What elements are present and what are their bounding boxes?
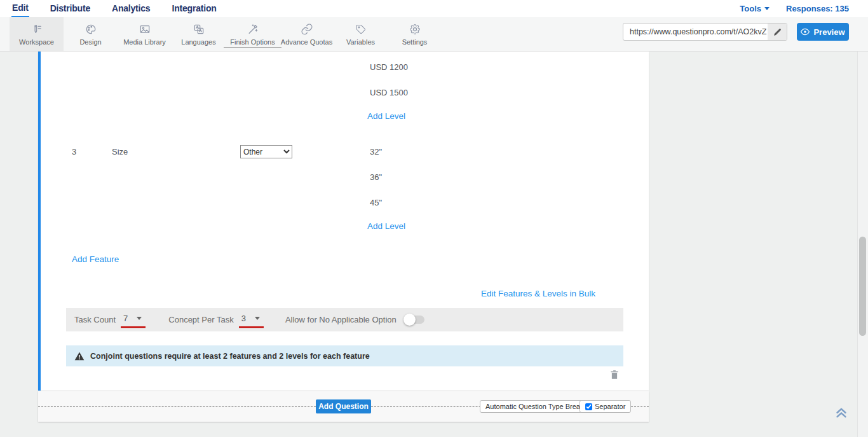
concept-per-task-dropdown[interactable]: 3 xyxy=(239,314,264,328)
add-question-button[interactable]: Add Question xyxy=(316,399,371,413)
feature-name[interactable]: Size xyxy=(112,147,128,156)
toolbar-item-label: Workspace xyxy=(19,38,54,46)
add-level-link[interactable]: Add Level xyxy=(367,111,405,121)
tab-analytics[interactable]: Analytics xyxy=(111,1,151,17)
eye-icon xyxy=(801,27,810,36)
toolbar-item-finish-options[interactable]: Finish Options xyxy=(226,17,280,51)
scroll-to-top-button[interactable] xyxy=(832,403,850,420)
delete-question-button[interactable] xyxy=(609,368,620,381)
preview-label: Preview xyxy=(813,27,844,37)
concept-per-task-label: Concept Per Task xyxy=(168,315,233,324)
preview-button[interactable]: Preview xyxy=(797,23,849,41)
toolbar-item-label: Advance Quotas xyxy=(281,38,332,46)
task-count-value: 7 xyxy=(123,314,128,323)
auto-question-type-break-button[interactable]: Automatic Question Type Break xyxy=(480,400,590,413)
separator-label: Separator xyxy=(595,403,625,410)
toolbar-item-languages[interactable]: Languages xyxy=(172,17,226,51)
tools-dropdown[interactable]: Tools xyxy=(740,4,770,13)
warning-icon xyxy=(74,351,85,361)
design-icon xyxy=(85,23,97,36)
toolbar-item-settings[interactable]: Settings xyxy=(388,17,442,51)
separator-option[interactable]: Separator xyxy=(580,400,631,413)
pencil-icon xyxy=(773,28,782,36)
finish-options-underline xyxy=(224,47,281,48)
toggle-knob xyxy=(403,314,416,326)
toolbar-item-label: Media Library xyxy=(123,38,166,46)
survey-url-input[interactable]: https://www.questionpro.com/t/AO2kvZ xyxy=(623,24,768,40)
survey-url-box: https://www.questionpro.com/t/AO2kvZ xyxy=(623,23,787,41)
toolbar-item-label: Languages xyxy=(181,38,215,46)
workspace-icon xyxy=(31,23,43,36)
finish-options-icon xyxy=(247,23,259,36)
languages-icon xyxy=(193,23,205,36)
trash-icon xyxy=(609,368,620,381)
toolbar-item-label: Design xyxy=(79,38,101,46)
top-navigation: Edit Distribute Analytics Integration To… xyxy=(0,0,868,17)
feature-type-select[interactable]: Other xyxy=(240,145,292,158)
bulk-edit-link[interactable]: Edit Features & Levels in Bulk xyxy=(481,289,595,298)
add-feature-link[interactable]: Add Feature xyxy=(72,254,119,264)
chevron-down-icon xyxy=(764,7,770,10)
chevron-down-icon xyxy=(137,317,142,320)
tab-integration[interactable]: Integration xyxy=(171,1,217,17)
level-value[interactable]: 32" xyxy=(370,147,382,156)
question-active-indicator xyxy=(38,52,41,391)
chevron-down-icon xyxy=(255,317,260,320)
level-value[interactable]: 36" xyxy=(370,172,382,182)
concept-per-task-value: 3 xyxy=(241,314,246,323)
toolbar-item-label: Settings xyxy=(402,38,428,46)
edit-url-button[interactable] xyxy=(768,24,787,40)
settings-icon xyxy=(409,23,421,36)
responses-count-link[interactable]: Responses: 135 xyxy=(786,4,849,13)
conjoint-warning-banner: Conjoint questions require at least 2 fe… xyxy=(66,345,623,366)
variables-icon xyxy=(355,23,367,36)
conjoint-settings-bar: Task Count 7 Concept Per Task 3 Allow fo… xyxy=(66,308,623,331)
task-count-label: Task Count xyxy=(74,315,116,324)
tools-label: Tools xyxy=(740,4,761,13)
scrollbar-thumb[interactable] xyxy=(859,237,866,336)
advance-quotas-icon xyxy=(301,23,313,36)
topnav-right: Tools Responses: 135 xyxy=(740,4,849,13)
tab-edit[interactable]: Edit xyxy=(11,0,29,17)
no-applicable-toggle[interactable] xyxy=(405,316,424,324)
warning-text: Conjoint questions require at least 2 fe… xyxy=(90,352,370,361)
no-applicable-label: Allow for No Applicable Option xyxy=(285,315,397,324)
level-value[interactable]: 45" xyxy=(370,198,382,207)
feature-number: 3 xyxy=(72,147,76,156)
media-library-icon xyxy=(139,23,151,36)
add-level-link[interactable]: Add Level xyxy=(367,221,405,231)
chevrons-up-icon xyxy=(832,403,850,420)
task-count-dropdown[interactable]: 7 xyxy=(121,314,146,328)
question-card xyxy=(38,52,649,391)
toolbar-item-media-library[interactable]: Media Library xyxy=(118,17,172,51)
toolbar-item-advance-quotas[interactable]: Advance Quotas xyxy=(280,17,334,51)
toolbar-item-design[interactable]: Design xyxy=(64,17,118,51)
toolbar-item-workspace[interactable]: Workspace xyxy=(10,17,64,51)
toolbar-item-label: Variables xyxy=(346,38,375,46)
survey-editor-page: Edit Distribute Analytics Integration To… xyxy=(0,0,868,437)
toolbar-item-label: Finish Options xyxy=(230,38,275,46)
separator-checkbox[interactable] xyxy=(585,403,592,410)
toolbar-item-variables[interactable]: Variables xyxy=(334,17,388,51)
tab-distribute[interactable]: Distribute xyxy=(50,1,91,17)
level-value[interactable]: USD 1200 xyxy=(370,62,408,72)
level-value[interactable]: USD 1500 xyxy=(370,88,408,97)
